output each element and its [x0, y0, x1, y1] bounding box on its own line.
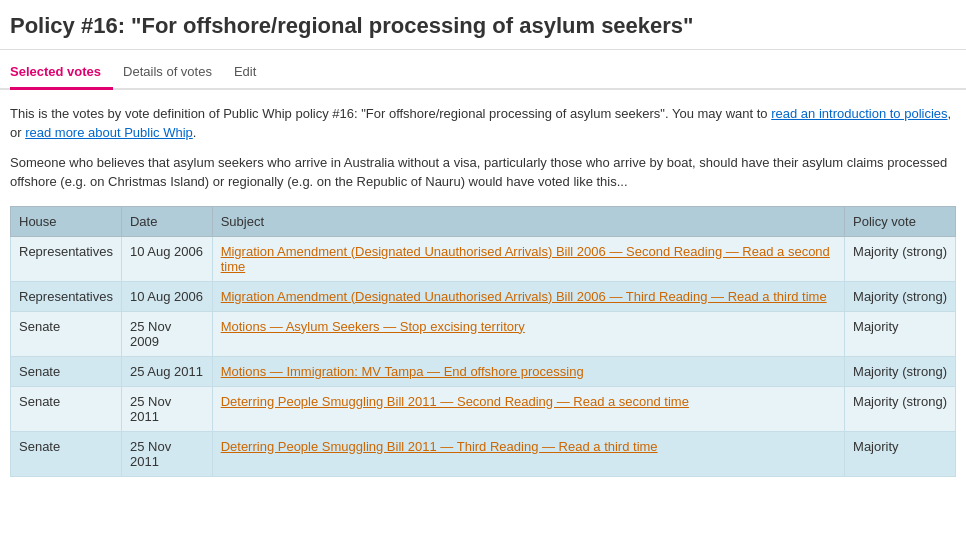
votes-table: House Date Subject Policy vote Represent… [10, 206, 956, 477]
intro-text-before: This is the votes by vote definition of … [10, 106, 771, 121]
cell-date: 10 Aug 2006 [121, 236, 212, 281]
subject-link[interactable]: Motions — Asylum Seekers — Stop excising… [221, 319, 525, 334]
cell-date: 25 Nov 2009 [121, 311, 212, 356]
table-row: Representatives10 Aug 2006Migration Amen… [11, 236, 956, 281]
subject-link[interactable]: Deterring People Smuggling Bill 2011 — S… [221, 394, 689, 409]
description-text: Someone who believes that asylum seekers… [10, 153, 956, 192]
cell-date: 25 Nov 2011 [121, 386, 212, 431]
tab-edit[interactable]: Edit [234, 56, 268, 87]
cell-subject: Deterring People Smuggling Bill 2011 — S… [212, 386, 844, 431]
cell-house: Senate [11, 431, 122, 476]
cell-policy-vote: Majority (strong) [845, 281, 956, 311]
cell-house: Representatives [11, 281, 122, 311]
cell-house: Senate [11, 356, 122, 386]
subject-link[interactable]: Motions — Immigration: MV Tampa — End of… [221, 364, 584, 379]
cell-subject: Motions — Asylum Seekers — Stop excising… [212, 311, 844, 356]
table-header-row: House Date Subject Policy vote [11, 206, 956, 236]
tabs-bar: Selected votes Details of votes Edit [0, 56, 966, 90]
intro-link-publicwhip[interactable]: read more about Public Whip [25, 125, 193, 140]
cell-policy-vote: Majority (strong) [845, 356, 956, 386]
intro-text: This is the votes by vote definition of … [10, 104, 956, 143]
col-header-subject: Subject [212, 206, 844, 236]
cell-date: 10 Aug 2006 [121, 281, 212, 311]
cell-house: Senate [11, 386, 122, 431]
tab-details-of-votes[interactable]: Details of votes [123, 56, 224, 87]
cell-policy-vote: Majority (strong) [845, 236, 956, 281]
cell-date: 25 Nov 2011 [121, 431, 212, 476]
table-row: Representatives10 Aug 2006Migration Amen… [11, 281, 956, 311]
cell-subject: Deterring People Smuggling Bill 2011 — T… [212, 431, 844, 476]
subject-link[interactable]: Migration Amendment (Designated Unauthor… [221, 244, 830, 274]
cell-policy-vote: Majority [845, 431, 956, 476]
content-area: This is the votes by vote definition of … [0, 90, 966, 477]
table-row: Senate25 Nov 2011Deterring People Smuggl… [11, 386, 956, 431]
cell-subject: Migration Amendment (Designated Unauthor… [212, 281, 844, 311]
tab-selected-votes[interactable]: Selected votes [10, 56, 113, 90]
col-header-date: Date [121, 206, 212, 236]
cell-subject: Migration Amendment (Designated Unauthor… [212, 236, 844, 281]
cell-house: Representatives [11, 236, 122, 281]
intro-text-after: . [193, 125, 197, 140]
subject-link[interactable]: Deterring People Smuggling Bill 2011 — T… [221, 439, 658, 454]
intro-link-policies[interactable]: read an introduction to policies [771, 106, 947, 121]
col-header-house: House [11, 206, 122, 236]
cell-policy-vote: Majority (strong) [845, 386, 956, 431]
table-row: Senate25 Nov 2009Motions — Asylum Seeker… [11, 311, 956, 356]
header-section: Policy #16: "For offshore/regional proce… [0, 0, 966, 50]
table-row: Senate25 Nov 2011Deterring People Smuggl… [11, 431, 956, 476]
subject-link[interactable]: Migration Amendment (Designated Unauthor… [221, 289, 827, 304]
cell-subject: Motions — Immigration: MV Tampa — End of… [212, 356, 844, 386]
cell-house: Senate [11, 311, 122, 356]
table-row: Senate25 Aug 2011Motions — Immigration: … [11, 356, 956, 386]
page-title: Policy #16: "For offshore/regional proce… [10, 12, 956, 41]
cell-policy-vote: Majority [845, 311, 956, 356]
cell-date: 25 Aug 2011 [121, 356, 212, 386]
col-header-policy-vote: Policy vote [845, 206, 956, 236]
